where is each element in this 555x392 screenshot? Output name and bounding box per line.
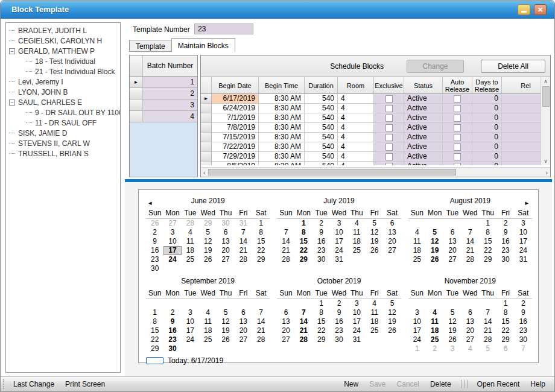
calendar-day[interactable]: 23 bbox=[312, 246, 330, 255]
calendar-day[interactable]: 3 bbox=[163, 228, 181, 237]
tree-item-levi-jeremy-i[interactable]: Levi, Jeremy I bbox=[6, 77, 120, 87]
calendar-day[interactable]: 1 bbox=[496, 299, 514, 308]
calendar-day[interactable]: 14 bbox=[479, 317, 496, 326]
calendar-day[interactable]: 12 bbox=[426, 237, 443, 246]
calendar-day[interactable]: 21 bbox=[235, 246, 252, 255]
provider-tree[interactable]: BRADLEY, JUDITH LCEGIELSKI, CAROLYN H−GE… bbox=[5, 22, 121, 373]
calendar-day[interactable]: 18 bbox=[182, 246, 199, 255]
tree-item-gerald-matthew-p[interactable]: −GERALD, MATTHEW P bbox=[6, 46, 120, 56]
calendar-day[interactable]: 19 bbox=[383, 317, 401, 326]
days-to-release-cell[interactable]: 0 bbox=[472, 113, 502, 123]
calendar-day[interactable]: 21 bbox=[252, 326, 270, 335]
calendar-day[interactable]: 4 bbox=[461, 344, 479, 353]
calendar-day[interactable]: 20 bbox=[235, 326, 252, 335]
calendar-day[interactable]: 15 bbox=[312, 317, 330, 326]
duration-cell[interactable]: 540 bbox=[305, 162, 338, 165]
auto-release-checkbox[interactable] bbox=[454, 144, 461, 151]
auto-release-cell[interactable] bbox=[443, 123, 472, 133]
calendar-day[interactable]: 26 bbox=[426, 255, 443, 264]
column-header-duration[interactable]: Duration bbox=[305, 77, 338, 94]
calendar-day[interactable]: 5 bbox=[443, 308, 461, 317]
auto-release-checkbox[interactable] bbox=[454, 153, 461, 160]
calendar-day[interactable]: 14 bbox=[461, 237, 479, 246]
schedule-row[interactable]: 7/29/20198:30 AM5404Active0 bbox=[201, 152, 550, 162]
calendar-day[interactable]: 10 bbox=[182, 317, 199, 326]
calendar-day[interactable]: 10 bbox=[163, 237, 181, 246]
auto-release-cell[interactable] bbox=[443, 104, 472, 113]
row-selector[interactable]: ► bbox=[130, 77, 143, 87]
calendar-day[interactable]: 19 bbox=[366, 237, 383, 246]
calendar-day[interactable]: 12 bbox=[443, 317, 461, 326]
calendar-day[interactable]: 27 bbox=[461, 335, 479, 344]
calendar-day[interactable]: 11 bbox=[366, 308, 383, 317]
statusbar-last-change[interactable]: Last Change bbox=[8, 380, 60, 388]
auto-release-cell[interactable] bbox=[443, 142, 472, 152]
calendar-day[interactable]: 6 bbox=[383, 219, 401, 228]
calendar-day[interactable]: 5 bbox=[479, 344, 496, 353]
calendar-day[interactable]: 13 bbox=[461, 317, 479, 326]
status-cell[interactable]: Active bbox=[404, 123, 443, 133]
calendar-day[interactable]: 8 bbox=[295, 228, 312, 237]
calendar-day[interactable]: 19 bbox=[217, 326, 234, 335]
calendar-day[interactable]: 2 bbox=[330, 299, 347, 308]
calendar-day[interactable]: 3 bbox=[182, 308, 199, 317]
calendar-day[interactable]: 18 bbox=[408, 246, 426, 255]
row-selector[interactable] bbox=[201, 152, 212, 162]
calendar-day[interactable]: 13 bbox=[235, 317, 252, 326]
tree-item-sisk-jamie-d[interactable]: SISK, JAMIE D bbox=[6, 128, 120, 138]
calendar-day[interactable]: 17 bbox=[163, 246, 181, 255]
row-selector[interactable]: ► bbox=[201, 94, 212, 104]
begin-time-cell[interactable]: 8:30 AM bbox=[259, 94, 305, 104]
collapse-icon[interactable]: − bbox=[9, 48, 15, 54]
calendar-day[interactable]: 13 bbox=[443, 237, 461, 246]
begin-time-cell[interactable]: 8:30 AM bbox=[259, 123, 305, 133]
calendar-day[interactable]: 6 bbox=[461, 308, 479, 317]
calendar-day[interactable]: 7 bbox=[461, 228, 479, 237]
calendar-day[interactable]: 16 bbox=[146, 246, 163, 255]
calendar-day[interactable]: 16 bbox=[330, 317, 347, 326]
calendar-day[interactable]: 17 bbox=[348, 317, 366, 326]
calendar-day[interactable]: 24 bbox=[348, 326, 366, 335]
tree-item-saul-charles-e[interactable]: −SAUL, CHARLES E bbox=[6, 97, 120, 107]
calendar-day[interactable]: 5 bbox=[366, 219, 383, 228]
room-cell[interactable]: 4 bbox=[338, 133, 374, 142]
calendar-day[interactable]: 22 bbox=[295, 246, 312, 255]
duration-cell[interactable]: 540 bbox=[305, 133, 338, 142]
exclusive-cell[interactable] bbox=[374, 133, 404, 142]
status-cell[interactable]: Active bbox=[404, 152, 443, 162]
calendar-day[interactable]: 10 bbox=[408, 317, 426, 326]
calendar-day[interactable]: 30 bbox=[217, 219, 234, 228]
exclusive-cell[interactable] bbox=[374, 94, 404, 104]
duration-cell[interactable]: 540 bbox=[305, 94, 338, 104]
tree-item-18-test-individual[interactable]: 18 - Test Individual bbox=[6, 56, 120, 66]
template-number-field[interactable]: 23 bbox=[194, 24, 253, 34]
calendar-day[interactable]: 13 bbox=[217, 237, 234, 246]
calendar-day[interactable]: 11 bbox=[408, 237, 426, 246]
calendar-day[interactable]: 29 bbox=[496, 335, 514, 344]
calendar-day[interactable]: 11 bbox=[182, 237, 199, 246]
statusbar-new[interactable]: New bbox=[338, 380, 364, 388]
auto-release-cell[interactable] bbox=[443, 162, 472, 165]
calendar-day[interactable]: 25 bbox=[182, 255, 199, 264]
minimize-button[interactable] bbox=[518, 4, 530, 15]
column-header-begin-time[interactable]: Begin Time bbox=[259, 77, 305, 94]
statusbar-delete[interactable]: Delete bbox=[425, 380, 457, 388]
calendar-day[interactable]: 27 bbox=[235, 335, 252, 344]
calendar-day[interactable]: 30 bbox=[515, 335, 532, 344]
calendar-day[interactable]: 27 bbox=[217, 255, 234, 264]
duration-cell[interactable]: 540 bbox=[305, 152, 338, 162]
batch-row[interactable]: ►1 bbox=[130, 77, 197, 88]
tree-item-stevens-ii-carl-w[interactable]: STEVENS II, CARL W bbox=[6, 138, 120, 148]
begin-date-cell[interactable]: 8/5/2019 bbox=[212, 162, 259, 165]
calendar-day[interactable]: 27 bbox=[277, 335, 294, 344]
tree-item-11-dr-saul-off[interactable]: 11 - DR SAUL OFF bbox=[6, 118, 120, 128]
calendar-day[interactable]: 4 bbox=[366, 299, 383, 308]
room-cell[interactable]: 4 bbox=[338, 152, 374, 162]
calendar-day[interactable]: 25 bbox=[426, 335, 443, 344]
calendar-day[interactable]: 20 bbox=[461, 326, 479, 335]
column-header-status[interactable]: Status bbox=[404, 77, 443, 94]
calendar-day[interactable]: 2 bbox=[146, 228, 163, 237]
calendar-day[interactable]: 3 bbox=[408, 308, 426, 317]
duration-cell[interactable]: 540 bbox=[305, 142, 338, 152]
calendar-day[interactable]: 23 bbox=[146, 255, 163, 264]
